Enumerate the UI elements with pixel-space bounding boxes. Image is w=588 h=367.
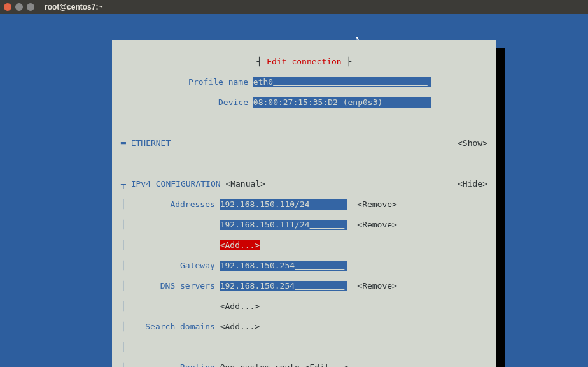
gateway-label: Gateway xyxy=(126,261,215,271)
window-titlebar: root@centos7:~ xyxy=(0,0,588,14)
add-search-domain-button[interactable]: <Add...> xyxy=(220,322,260,332)
ipv4-section: ╤ IPv4 CONFIGURATION xyxy=(121,179,221,189)
add-address-button[interactable]: <Add...> xyxy=(220,240,260,250)
routing-value: One custom route xyxy=(220,363,300,367)
routing-label: Routing xyxy=(126,363,215,367)
search-domains-label: Search domains xyxy=(126,322,215,332)
gateway-input[interactable]: 192.168.150.254 xyxy=(220,261,347,271)
profile-name-label: Profile name xyxy=(121,77,248,87)
remove-address-1-button[interactable]: <Remove> xyxy=(357,220,397,230)
dialog-title: ┤ Edit connection ├ xyxy=(121,57,487,67)
remove-address-0-button[interactable]: <Remove> xyxy=(357,199,397,210)
ipv4-mode-select[interactable]: <Manual> xyxy=(225,179,265,189)
maximize-icon[interactable] xyxy=(27,3,34,11)
ipv4-hide-button[interactable]: <Hide> xyxy=(458,179,487,189)
remove-dns-0-button[interactable]: <Remove> xyxy=(357,281,397,291)
address-input-1[interactable]: 192.168.150.111/24 xyxy=(220,220,347,230)
ethernet-section: ═ ETHERNET xyxy=(121,138,171,148)
address-input-0[interactable]: 192.168.150.110/24 xyxy=(220,199,347,210)
add-dns-button[interactable]: <Add...> xyxy=(220,301,260,312)
dns-input-0[interactable]: 192.168.150.254 xyxy=(220,281,347,291)
ethernet-show-button[interactable]: <Show> xyxy=(458,138,487,148)
close-icon[interactable] xyxy=(4,3,11,11)
minimize-icon[interactable] xyxy=(15,3,23,11)
window-title: root@centos7:~ xyxy=(45,3,102,11)
device-input[interactable]: 08:00:27:15:35:D2 (enp0s3) xyxy=(253,97,431,108)
addresses-label: Addresses xyxy=(126,199,215,210)
terminal-area: ↖ ┤ Edit connection ├ Profile name eth0 … xyxy=(0,14,588,367)
edit-routing-button[interactable]: <Edit...> xyxy=(305,363,349,367)
device-label: Device xyxy=(121,97,248,108)
profile-name-input[interactable]: eth0 xyxy=(253,77,431,87)
dialog-panel: ┤ Edit connection ├ Profile name eth0 De… xyxy=(112,40,496,367)
dns-label: DNS servers xyxy=(126,281,215,291)
